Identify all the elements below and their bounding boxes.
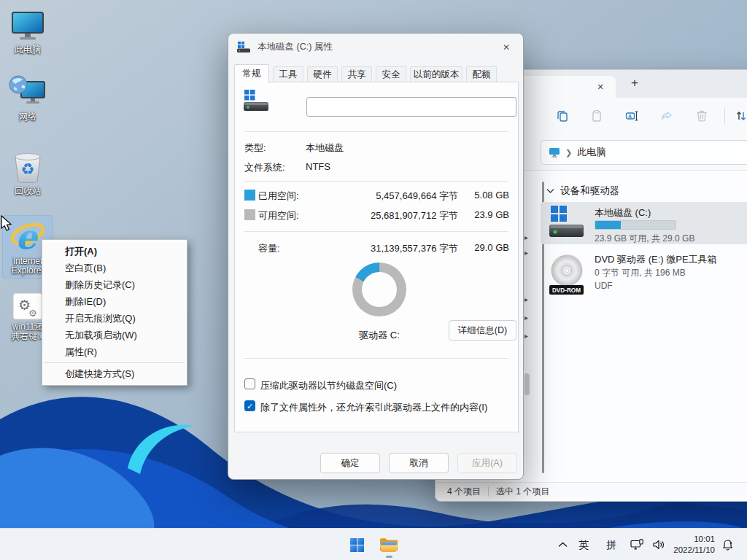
compress-checkbox-label[interactable]: 压缩此驱动器以节约磁盘空间(C) bbox=[260, 379, 397, 392]
tab-tools[interactable]: 工具 bbox=[273, 66, 303, 82]
paste-icon bbox=[590, 109, 603, 122]
drive-name: 本地磁盘 (C:) bbox=[595, 206, 651, 219]
selected-count: 选中 1 个项目 bbox=[496, 486, 549, 498]
apply-button[interactable]: 应用(A) bbox=[457, 453, 517, 473]
volume-label-input[interactable] bbox=[306, 97, 516, 117]
svg-text:A: A bbox=[628, 114, 632, 119]
icon-label: win11还典右键.c bbox=[11, 322, 44, 341]
tree-expand-icon[interactable]: ▸ bbox=[525, 314, 528, 322]
file-explorer-taskbar-button[interactable] bbox=[375, 531, 403, 559]
dvd-drive-item[interactable]: DVD-ROM DVD 驱动器 (E:) 微PE工具箱 0 字节 可用, 共 1… bbox=[541, 250, 747, 298]
windows-logo-icon bbox=[350, 538, 364, 552]
divider bbox=[244, 358, 508, 359]
dialog-close-button[interactable]: ✕ bbox=[500, 41, 513, 54]
sort-button[interactable] bbox=[729, 104, 747, 128]
rename-icon: A bbox=[625, 109, 639, 122]
ok-button[interactable]: 确定 bbox=[320, 453, 380, 473]
tree-expand-icon[interactable]: ▸ bbox=[525, 234, 528, 241]
desktop-icon-recycle-bin[interactable]: ♻ 回收站 bbox=[3, 147, 53, 198]
nav-scrollbar-thumb[interactable] bbox=[525, 373, 530, 395]
details-button[interactable]: 详细信息(D) bbox=[449, 320, 516, 341]
desktop: 此电脑 网络 ♻ 回收站 e InternetExpl bbox=[0, 0, 747, 560]
tab-quota[interactable]: 配额 bbox=[466, 66, 497, 82]
section-devices-and-drives[interactable]: 设备和驱动器 bbox=[546, 184, 619, 198]
svg-text:♻: ♻ bbox=[21, 160, 35, 177]
tab-previous-versions[interactable]: 以前的版本 bbox=[410, 66, 462, 82]
tab-sharing[interactable]: 共享 bbox=[341, 66, 372, 82]
delete-button[interactable] bbox=[689, 104, 714, 128]
network-icon bbox=[630, 539, 644, 551]
toolbar-separator bbox=[724, 108, 725, 124]
type-row: 类型:本地磁盘 bbox=[235, 141, 518, 153]
divider bbox=[244, 181, 508, 182]
tab-hardware[interactable]: 硬件 bbox=[307, 66, 338, 82]
dialog-title-bar[interactable]: 本地磁盘 (C:) 属性 bbox=[228, 34, 523, 60]
desktop-icon-this-pc[interactable]: 此电脑 bbox=[3, 9, 53, 57]
network-tray-button[interactable] bbox=[626, 531, 648, 559]
rename-button[interactable]: A bbox=[619, 104, 644, 128]
status-divider bbox=[488, 487, 489, 497]
share-icon bbox=[660, 109, 673, 122]
copy-button[interactable] bbox=[550, 104, 575, 128]
used-space-row: 已用空间: 5,457,649,664 字节 5.08 GB bbox=[235, 190, 518, 201]
disk-usage-donut-chart bbox=[352, 262, 406, 316]
ime-language-button[interactable]: 英 bbox=[573, 529, 594, 560]
cancel-button[interactable]: 取消 bbox=[389, 453, 449, 473]
explorer-tab[interactable]: ✕ bbox=[508, 76, 616, 98]
chevron-down-icon bbox=[546, 188, 554, 194]
index-checkbox-label[interactable]: 除了文件属性外，还允许索引此驱动器上文件的内容(I) bbox=[260, 401, 487, 414]
drive-c-item[interactable]: 本地磁盘 (C:) 23.9 GB 可用, 共 29.0 GB bbox=[541, 202, 747, 244]
menu-item-properties[interactable]: 属性(R) bbox=[44, 343, 185, 360]
dialog-title: 本地磁盘 (C:) 属性 bbox=[258, 41, 333, 53]
divider bbox=[244, 231, 508, 232]
general-tab-page: 类型:本地磁盘 文件系统:NTFS 已用空间: 5,457,649,664 字节… bbox=[234, 82, 519, 432]
taskbar-clock[interactable]: 10:01 2022/11/10 bbox=[664, 534, 715, 556]
menu-item-create-shortcut[interactable]: 创建快捷方式(S) bbox=[44, 365, 185, 382]
icon-label: InternetExplorer bbox=[12, 257, 44, 276]
tab-close-icon[interactable]: ✕ bbox=[595, 81, 606, 93]
tree-expand-icon[interactable]: ▸ bbox=[525, 296, 528, 303]
desktop-icon-network[interactable]: 网络 bbox=[3, 73, 53, 124]
svg-text:⚙: ⚙ bbox=[28, 308, 37, 319]
address-bar[interactable]: ❯ 此电脑 bbox=[541, 140, 747, 165]
menu-item-delete-history[interactable]: 删除历史记录(C) bbox=[44, 276, 185, 293]
volume-disk-icon bbox=[244, 90, 270, 112]
local-disk-icon bbox=[549, 206, 584, 239]
breadcrumb[interactable]: 此电脑 bbox=[577, 146, 605, 159]
drive-free-info: 23.9 GB 可用, 共 29.0 GB bbox=[595, 233, 694, 245]
tray-overflow-button[interactable] bbox=[553, 531, 572, 559]
this-pc-icon bbox=[10, 11, 45, 43]
free-space-row: 可用空间: 25,681,907,712 字节 23.9 GB bbox=[235, 209, 518, 221]
menu-item-blank-page[interactable]: 空白页(B) bbox=[44, 260, 185, 276]
disk-properties-dialog: 本地磁盘 (C:) 属性 ✕ 常规 工具 硬件 共享 安全 以前的版本 配额 类… bbox=[228, 33, 524, 480]
tab-general[interactable]: 常规 bbox=[234, 64, 269, 83]
recycle-bin-icon: ♻ bbox=[11, 149, 44, 184]
trash-icon bbox=[695, 109, 708, 122]
share-button[interactable] bbox=[654, 104, 679, 128]
notification-bell-button[interactable]: z bbox=[715, 531, 740, 559]
sort-icon bbox=[735, 109, 747, 122]
icon-label: 网络 bbox=[19, 112, 36, 122]
drive-letter-label: 驱动器 C: bbox=[338, 329, 420, 342]
tab-security[interactable]: 安全 bbox=[376, 66, 406, 82]
tree-expand-icon[interactable]: ▸ bbox=[525, 249, 528, 257]
item-count: 4 个项目 bbox=[447, 486, 481, 498]
ime-mode-button[interactable]: 拼 bbox=[601, 529, 622, 560]
menu-item-inprivate[interactable]: 开启无痕浏览(Q) bbox=[44, 310, 185, 327]
new-tab-button[interactable]: + bbox=[627, 74, 643, 92]
mouse-cursor bbox=[0, 215, 16, 233]
svg-text:z: z bbox=[729, 540, 732, 544]
menu-item-open[interactable]: 打开(A) bbox=[44, 243, 185, 260]
tree-expand-icon[interactable]: ▸ bbox=[525, 332, 528, 340]
menu-item-no-addons[interactable]: 无加载项启动(W) bbox=[44, 327, 185, 343]
menu-item-delete-ie[interactable]: 删除IE(D) bbox=[44, 293, 185, 310]
paste-button[interactable] bbox=[584, 104, 609, 128]
start-button[interactable] bbox=[343, 531, 371, 559]
drive-name: DVD 驱动器 (E:) 微PE工具箱 bbox=[595, 253, 717, 266]
time: 10:01 bbox=[664, 534, 715, 545]
capacity-row: 容量: 31,139,557,376 字节 29.0 GB bbox=[235, 242, 518, 254]
gears-script-icon: ⚙ ⚙ bbox=[12, 292, 43, 320]
running-app-indicator bbox=[386, 556, 392, 558]
index-checkbox[interactable]: ✓ bbox=[244, 400, 255, 411]
compress-checkbox[interactable] bbox=[244, 378, 255, 389]
